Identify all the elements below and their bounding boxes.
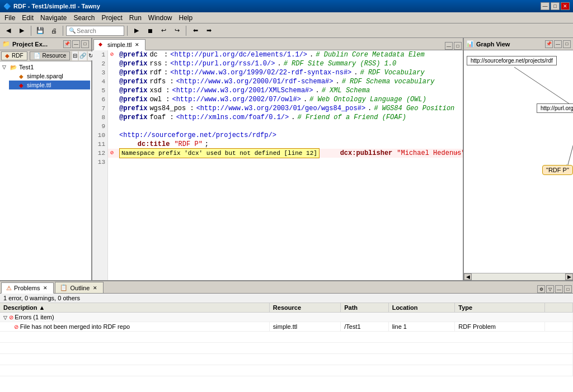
code-editor[interactable]: 1 2 3 4 5 6 7 8 9 10 11 12 13 xyxy=(92,50,463,280)
bottom-max-btn[interactable]: □ xyxy=(564,285,572,293)
col-description[interactable]: Description ▲ xyxy=(0,303,269,313)
line-num-7: 7 xyxy=(95,104,105,113)
toolbar-nav1[interactable]: ⬅ xyxy=(189,25,201,37)
editor-area: ◆ simple.ttl ✕ — □ 1 2 3 4 5 xyxy=(92,38,464,280)
graph-node-literal[interactable]: "RDF P" xyxy=(542,165,573,175)
menu-project[interactable]: Project xyxy=(98,13,125,23)
link-editor-btn[interactable]: 🔗 xyxy=(79,51,87,60)
close-button[interactable]: ✕ xyxy=(561,2,570,10)
editor-tab-close[interactable]: ✕ xyxy=(134,42,140,48)
line-num-5: 5 xyxy=(95,86,105,95)
toolbar-sep4 xyxy=(186,26,186,36)
graph-panel-controls: 📌 — □ xyxy=(545,40,571,48)
toolbar-search-box[interactable]: 🔍 xyxy=(66,26,124,36)
toolbar-undo[interactable]: ↩ xyxy=(157,25,170,37)
project-explorer-panel: 📁 Project Ex... 📌 — □ ◆ RDF 📄 Resource xyxy=(0,38,92,280)
error-path: /Test1 xyxy=(341,322,388,332)
menu-search[interactable]: Search xyxy=(70,13,98,23)
tree-root[interactable]: ▽ 📂 Test1 xyxy=(1,63,90,72)
outline-tab[interactable]: 📋 Outline ✕ xyxy=(55,282,104,293)
error-item-icon: ⊘ xyxy=(14,324,20,330)
graph-max-button[interactable]: □ xyxy=(563,40,571,48)
editor-tab-simple-ttl[interactable]: ◆ simple.ttl ✕ xyxy=(93,39,145,50)
project-pin-button[interactable]: 📌 xyxy=(63,40,71,48)
editor-tab-max[interactable]: □ xyxy=(454,42,462,50)
rdf-tab-icon: ◆ xyxy=(5,53,10,59)
graph-scroll-left[interactable]: ◀ xyxy=(464,273,472,280)
menu-help[interactable]: Help xyxy=(176,13,196,23)
line-num-13: 13 xyxy=(95,158,105,167)
outline-tab-icon: 📋 xyxy=(60,284,68,291)
menu-run[interactable]: Run xyxy=(126,13,145,23)
maximize-button[interactable]: □ xyxy=(551,2,560,10)
menu-navigate[interactable]: Navigate xyxy=(37,13,70,23)
col-location[interactable]: Location xyxy=(388,303,455,313)
code-line-2: @prefix rss : <http://purl.org/rss/1.0/>… xyxy=(108,59,463,68)
col-type[interactable]: Type xyxy=(455,303,545,313)
ttl-tab-icon: ◆ xyxy=(98,41,105,48)
error-marker-12: ⊘ xyxy=(110,149,117,158)
error-item-row[interactable]: ⊘ File has not been merged into RDF repo… xyxy=(0,322,573,332)
menu-window[interactable]: Window xyxy=(145,13,176,23)
toolbar-run[interactable]: ▶ xyxy=(130,25,143,37)
problems-tab[interactable]: ⚠ Problems ✕ xyxy=(1,282,54,294)
project-min-button[interactable]: — xyxy=(72,40,80,48)
problems-table-body: ▽ ⊘ Errors (1 item) ⊘ File has not been … xyxy=(0,313,573,376)
toolbar-nav2[interactable]: ➡ xyxy=(203,25,215,37)
menu-file[interactable]: File xyxy=(1,13,18,23)
minimize-button[interactable]: — xyxy=(541,2,549,10)
problems-tab-icon: ⚠ xyxy=(6,285,12,292)
error-marker-1: ⊘ xyxy=(110,50,117,59)
bottom-min-btn[interactable]: — xyxy=(555,285,563,293)
empty-row-4 xyxy=(0,365,573,376)
line-num-2: 2 xyxy=(95,59,105,68)
outline-tab-close[interactable]: ✕ xyxy=(92,285,98,291)
main-layout: 📁 Project Ex... 📌 — □ ◆ RDF 📄 Resource xyxy=(0,38,573,392)
error-description: ⊘ File has not been merged into RDF repo xyxy=(0,322,269,332)
error-group-row[interactable]: ▽ ⊘ Errors (1 item) xyxy=(0,313,573,322)
error-group-icon: ⊘ xyxy=(9,314,15,320)
rdf-tab[interactable]: ◆ RDF xyxy=(1,51,27,60)
code-line-1: ⊘ @prefix dc : <http://purl.org/dc/eleme… xyxy=(108,50,463,59)
error-group-cell: ▽ ⊘ Errors (1 item) xyxy=(0,313,573,322)
graph-node-uri2[interactable]: http://purl.org/dc/elements/1.1/ti xyxy=(537,103,573,113)
menu-bar: File Edit Navigate Search Project Run Wi… xyxy=(0,12,573,23)
menu-edit[interactable]: Edit xyxy=(18,13,37,23)
tree-expand-arrow: ▽ xyxy=(2,64,8,70)
graph-scroll-bar: ◀ ▶ xyxy=(464,273,573,280)
bottom-panel: ⚠ Problems ✕ 📋 Outline ✕ ⚙ ▽ — □ 1 error… xyxy=(0,280,573,392)
bottom-tab-controls: ⚙ ▽ — □ xyxy=(537,285,572,293)
tree-item-sparql[interactable]: ◆ simple.sparql xyxy=(9,72,90,81)
resource-tab[interactable]: 📄 Resource xyxy=(30,51,71,60)
toolbar-redo[interactable]: ↪ xyxy=(171,25,183,37)
bottom-settings-btn[interactable]: ⚙ xyxy=(537,285,545,293)
project-max-button[interactable]: □ xyxy=(81,40,89,48)
toolbar-sep2 xyxy=(63,26,63,36)
code-content: 1 2 3 4 5 6 7 8 9 10 11 12 13 xyxy=(92,50,463,280)
error-location: line 1 xyxy=(388,322,455,332)
col-resource[interactable]: Resource xyxy=(269,303,340,313)
graph-min-button[interactable]: — xyxy=(554,40,562,48)
toolbar-print[interactable]: 🖨 xyxy=(48,25,60,37)
problems-tab-close[interactable]: ✕ xyxy=(42,285,49,291)
project-panel-title: 📁 Project Ex... xyxy=(2,40,48,48)
bottom-triangle-btn[interactable]: ▽ xyxy=(546,285,554,293)
toolbar-fwd[interactable]: ▶ xyxy=(16,25,28,37)
toolbar-back[interactable]: ◀ xyxy=(2,25,15,37)
code-line-9 xyxy=(108,122,463,131)
code-line-13 xyxy=(108,158,463,167)
graph-scroll-right[interactable]: ▶ xyxy=(565,273,573,280)
col-path[interactable]: Path xyxy=(341,303,388,313)
collapse-all-btn[interactable]: ⊟ xyxy=(72,51,78,60)
toolbar-save[interactable]: 💾 xyxy=(34,25,46,37)
error-right-marker: — xyxy=(455,149,458,158)
tree-item-ttl[interactable]: ◆ simple.ttl xyxy=(9,81,90,89)
editor-tab-min[interactable]: — xyxy=(445,42,453,50)
search-input[interactable] xyxy=(77,27,121,34)
graph-pin-button[interactable]: 📌 xyxy=(545,40,553,48)
toolbar-stop[interactable]: ⏹ xyxy=(144,25,156,37)
graph-node-uri1[interactable]: http://sourceforge.net/projects/rdf xyxy=(467,56,557,65)
code-line-3: @prefix rdf : <http://www.w3.org/1999/02… xyxy=(108,68,463,77)
graph-scroll-track[interactable] xyxy=(472,273,565,280)
problems-table: Description ▲ Resource Path Location Typ… xyxy=(0,303,573,376)
